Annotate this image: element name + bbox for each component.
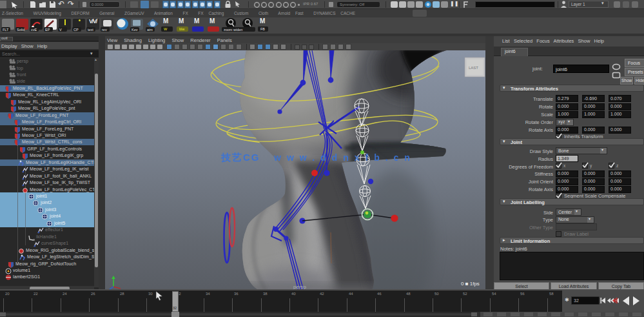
svg-text:www.ddnxfb.cn: www.ddnxfb.cn xyxy=(273,152,416,163)
svg-text:技艺CG: 技艺CG xyxy=(220,152,260,163)
svg-text:0 ■ 1fps: 0 ■ 1fps xyxy=(461,281,480,287)
svg-text:LAST: LAST xyxy=(469,66,478,70)
